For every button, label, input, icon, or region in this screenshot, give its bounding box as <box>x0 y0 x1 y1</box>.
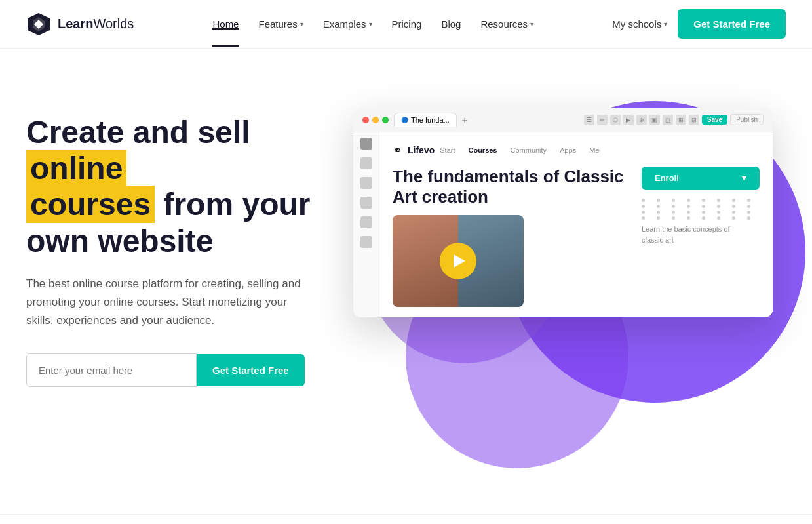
nav-blog[interactable]: Blog <box>441 18 461 30</box>
examples-chevron-icon: ▾ <box>369 20 372 28</box>
new-tab-icon[interactable]: + <box>462 115 467 125</box>
editor-toolbar: ☰ ✏ ⬡ ▶ ⊕ ▣ ◻ ⊞ ⊟ Save Publish <box>584 114 764 125</box>
toolbar-icon-4[interactable]: ▶ <box>623 115 634 125</box>
course-header: ⚭ Lifevo Start Courses Community Apps Me <box>393 143 760 157</box>
enroll-chevron-icon: ▾ <box>742 173 746 183</box>
browser-dots <box>362 117 389 123</box>
hero-mockup-container: 🔵 The funda... + ☰ ✏ ⬡ ▶ ⊕ ▣ ◻ ⊞ <box>353 88 786 429</box>
course-info-right: Enroll ▾ Learn the bas <box>642 167 760 307</box>
sidebar-icon-2[interactable] <box>360 157 372 169</box>
email-input[interactable] <box>26 353 197 387</box>
browser-toolbar: 🔵 The funda... + ☰ ✏ ⬡ ▶ ⊕ ▣ ◻ ⊞ <box>353 108 773 132</box>
hero-highlight-courses: courses <box>26 186 155 223</box>
toolbar-icon-2[interactable]: ✏ <box>597 115 608 125</box>
features-chevron-icon: ▾ <box>300 20 303 28</box>
course-logo-text: Lifevo <box>408 145 435 155</box>
course-info-left: The fundamentals of Classic Art creation <box>393 167 631 307</box>
sidebar-icon-5[interactable] <box>360 216 372 228</box>
editor-sidebar <box>353 132 379 317</box>
play-triangle-icon <box>454 254 465 268</box>
dots-decoration <box>642 199 760 220</box>
logo-text: LearnWorlds <box>58 16 134 31</box>
video-thumbnail[interactable] <box>393 215 524 307</box>
course-logo-icon: ⚭ <box>393 143 402 157</box>
course-nav-start[interactable]: Start <box>440 146 455 154</box>
toolbar-icon-9[interactable]: ⊟ <box>689 115 699 125</box>
browser-mockup: 🔵 The funda... + ☰ ✏ ⬡ ▶ ⊕ ▣ ◻ ⊞ <box>353 108 773 317</box>
toolbar-icon-3[interactable]: ⬡ <box>610 115 621 125</box>
course-content-area: The fundamentals of Classic Art creation <box>393 167 760 307</box>
expand-dot <box>382 117 389 123</box>
hero-highlight-online: online <box>26 150 126 187</box>
nav-resources[interactable]: Resources ▾ <box>480 18 533 30</box>
nav-features[interactable]: Features ▾ <box>258 18 303 30</box>
course-nav: Start Courses Community Apps Me <box>440 146 599 154</box>
toolbar-icon-7[interactable]: ◻ <box>663 115 673 125</box>
nav-pricing[interactable]: Pricing <box>392 18 422 30</box>
toolbar-icon-1[interactable]: ☰ <box>584 115 594 125</box>
nav-right: My schools ▾ Get Started Free <box>612 9 786 39</box>
sidebar-icon-3[interactable] <box>360 177 372 189</box>
sidebar-icon-6[interactable] <box>360 236 372 248</box>
sidebar-icon-4[interactable] <box>360 197 372 209</box>
hero-description: The best online course platform for crea… <box>26 275 315 330</box>
hero-visual: 🔵 The funda... + ☰ ✏ ⬡ ▶ ⊕ ▣ ◻ ⊞ <box>341 88 786 429</box>
sidebar-icon-1[interactable] <box>360 138 372 150</box>
nav-examples[interactable]: Examples ▾ <box>323 18 372 30</box>
toolbar-icon-6[interactable]: ▣ <box>649 115 660 125</box>
save-button[interactable]: Save <box>702 115 727 125</box>
enroll-button[interactable]: Enroll ▾ <box>642 167 760 190</box>
hero-cta-button[interactable]: Get Started Free <box>197 354 305 386</box>
hero-section: Create and sell online courses from your… <box>0 49 812 475</box>
course-nav-courses[interactable]: Courses <box>468 146 497 154</box>
course-description-small: Learn the basic concepts of classic art <box>642 224 746 245</box>
close-dot <box>362 117 369 123</box>
my-schools-button[interactable]: My schools ▾ <box>612 18 667 30</box>
toolbar-icon-8[interactable]: ⊞ <box>676 115 686 125</box>
preview-button[interactable]: Publish <box>730 114 764 125</box>
course-preview: ⚭ Lifevo Start Courses Community Apps Me <box>379 132 773 317</box>
browser-body: ⚭ Lifevo Start Courses Community Apps Me <box>353 132 773 317</box>
course-nav-community[interactable]: Community <box>511 146 547 154</box>
course-nav-apps[interactable]: Apps <box>560 146 576 154</box>
nav-links: Home Features ▾ Examples ▾ Pricing Blog … <box>212 18 533 30</box>
course-nav-me[interactable]: Me <box>589 146 599 154</box>
featured-bar: Featured in Forbes MIT Technology Review… <box>0 514 812 524</box>
myschools-chevron-icon: ▾ <box>664 20 667 28</box>
nav-cta-button[interactable]: Get Started Free <box>678 9 786 39</box>
resources-chevron-icon: ▾ <box>530 20 533 28</box>
play-button[interactable] <box>440 243 476 279</box>
hero-title: Create and sell online courses from your… <box>26 114 341 259</box>
hero-content: Create and sell online courses from your… <box>26 88 341 387</box>
minimize-dot <box>372 117 379 123</box>
logo-icon <box>26 12 51 37</box>
nav-home[interactable]: Home <box>212 18 239 30</box>
browser-tab[interactable]: 🔵 The funda... <box>394 113 457 127</box>
toolbar-icon-5[interactable]: ⊕ <box>636 115 647 125</box>
logo[interactable]: LearnWorlds <box>26 12 134 37</box>
navbar: LearnWorlds Home Features ▾ Examples ▾ P… <box>0 0 812 49</box>
course-title: The fundamentals of Classic Art creation <box>393 167 631 207</box>
nav-home-wrapper: Home <box>212 18 239 30</box>
hero-signup-form: Get Started Free <box>26 353 341 387</box>
